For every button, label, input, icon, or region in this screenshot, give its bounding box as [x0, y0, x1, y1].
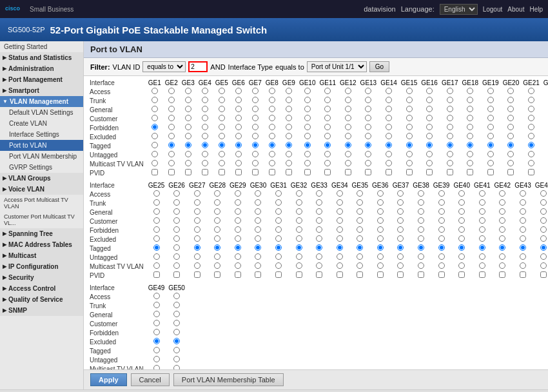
forbidden-ge13-radio[interactable]	[365, 124, 371, 130]
excluded-ge9-radio[interactable]	[286, 133, 292, 139]
customer-ge18-radio[interactable]	[467, 115, 473, 121]
trunk-ge12-radio[interactable]	[345, 97, 351, 103]
sidebar-item-gvrp[interactable]: GVRP Settings	[0, 162, 83, 173]
forbidden-ge7-radio[interactable]	[252, 124, 259, 130]
pvid-ge7-cb[interactable]	[252, 169, 259, 175]
general-ge20-radio[interactable]	[507, 106, 514, 112]
forbidden-ge15-radio[interactable]	[406, 124, 413, 130]
pvid-ge3-cb[interactable]	[185, 169, 191, 175]
customer-ge5-radio[interactable]	[219, 115, 225, 121]
customer-ge14-radio[interactable]	[386, 115, 392, 121]
trunk-ge19-radio[interactable]	[487, 97, 494, 103]
general-ge21-radio[interactable]	[528, 106, 534, 112]
excluded-ge11-radio[interactable]	[324, 133, 331, 139]
tagged-ge3-radio[interactable]	[185, 142, 191, 148]
access-ge4-radio[interactable]	[202, 88, 208, 94]
excluded-ge14-radio[interactable]	[386, 133, 392, 139]
sidebar-item-security[interactable]: ▶ Security	[0, 272, 83, 283]
forbidden-ge4-radio[interactable]	[202, 124, 208, 130]
pvid-ge10-cb[interactable]	[304, 169, 311, 175]
multicast-ge20-radio[interactable]	[507, 160, 514, 166]
multicast-ge13-radio[interactable]	[365, 160, 371, 166]
access-ge5-radio[interactable]	[219, 88, 225, 94]
multicast-ge12-radio[interactable]	[345, 160, 351, 166]
multicast-ge14-radio[interactable]	[386, 160, 392, 166]
multicast-ge8-radio[interactable]	[269, 160, 275, 166]
general-ge8-radio[interactable]	[269, 106, 275, 112]
sidebar-item-vlan-groups[interactable]: ▶ VLAN Groups	[0, 173, 83, 184]
untagged-ge15-radio[interactable]	[406, 151, 413, 157]
sidebar-item-smartport[interactable]: ▶ Smartport	[0, 85, 83, 96]
tagged-ge8-radio[interactable]	[269, 142, 275, 148]
sidebar-item-port-mgmt[interactable]: ▶ Port Management	[0, 74, 83, 85]
general-ge6-radio[interactable]	[235, 106, 242, 112]
untagged-ge12-radio[interactable]	[345, 151, 351, 157]
excluded-ge15-radio[interactable]	[406, 133, 413, 139]
untagged-ge14-radio[interactable]	[386, 151, 392, 157]
pvid-ge19-cb[interactable]	[487, 169, 494, 175]
forbidden-ge8-radio[interactable]	[269, 124, 275, 130]
access-ge9-radio[interactable]	[286, 88, 292, 94]
forbidden-ge14-radio[interactable]	[386, 124, 392, 130]
excluded-ge5-radio[interactable]	[219, 133, 225, 139]
pvid-ge17-cb[interactable]	[447, 169, 453, 175]
sidebar-item-snmp[interactable]: ▶ SNMP	[0, 305, 83, 316]
customer-ge2-radio[interactable]	[168, 115, 175, 121]
pvid-ge13-cb[interactable]	[365, 169, 371, 175]
access-ge12-radio[interactable]	[345, 88, 351, 94]
general-ge14-radio[interactable]	[386, 106, 392, 112]
excluded-ge8-radio[interactable]	[269, 133, 275, 139]
excluded-ge4-radio[interactable]	[202, 133, 208, 139]
pvid-ge15-cb[interactable]	[406, 169, 413, 175]
multicast-ge16-radio[interactable]	[426, 160, 433, 166]
trunk-ge8-radio[interactable]	[269, 97, 275, 103]
tagged-ge12-radio[interactable]	[345, 142, 351, 148]
excluded-ge17-radio[interactable]	[447, 133, 453, 139]
sidebar-item-create-vlan[interactable]: Create VLAN	[0, 118, 83, 129]
general-ge4-radio[interactable]	[202, 106, 208, 112]
tagged-ge5-radio[interactable]	[219, 142, 225, 148]
multicast-ge11-radio[interactable]	[324, 160, 331, 166]
customer-ge4-radio[interactable]	[202, 115, 208, 121]
sidebar-item-customer-multicast[interactable]: Customer Port Multicast TV VL...	[0, 211, 83, 228]
forbidden-ge17-radio[interactable]	[447, 124, 453, 130]
trunk-ge16-radio[interactable]	[426, 97, 433, 103]
logout-link[interactable]: Logout	[483, 6, 503, 13]
access-ge1-radio[interactable]	[152, 88, 158, 94]
trunk-ge13-radio[interactable]	[365, 97, 371, 103]
tagged-ge11-radio[interactable]	[324, 142, 331, 148]
access-ge18-radio[interactable]	[467, 88, 473, 94]
excluded-ge16-radio[interactable]	[426, 133, 433, 139]
general-ge3-radio[interactable]	[185, 106, 191, 112]
sidebar-item-access-multicast[interactable]: Access Port Multicast TV VLAN	[0, 195, 83, 211]
access-ge16-radio[interactable]	[426, 88, 433, 94]
multicast-ge7-radio[interactable]	[252, 160, 259, 166]
pvid-ge18-cb[interactable]	[467, 169, 473, 175]
sidebar-item-port-vlan-membership[interactable]: Port VLAN Membership	[0, 151, 83, 162]
trunk-ge9-radio[interactable]	[286, 97, 292, 103]
forbidden-ge3-radio[interactable]	[185, 124, 191, 130]
general-ge5-radio[interactable]	[219, 106, 225, 112]
sidebar-item-vlan-mgmt[interactable]: ▼ VLAN Management	[0, 96, 83, 107]
customer-ge20-radio[interactable]	[507, 115, 514, 121]
general-ge17-radio[interactable]	[447, 106, 453, 112]
trunk-ge21-radio[interactable]	[528, 97, 534, 103]
tagged-ge13-radio[interactable]	[365, 142, 371, 148]
general-ge2-radio[interactable]	[168, 106, 175, 112]
pvid-ge14-cb[interactable]	[386, 169, 392, 175]
forbidden-ge20-radio[interactable]	[507, 124, 514, 130]
customer-ge8-radio[interactable]	[269, 115, 275, 121]
trunk-ge6-radio[interactable]	[235, 97, 242, 103]
customer-ge7-radio[interactable]	[252, 115, 259, 121]
tagged-ge17-radio[interactable]	[447, 142, 453, 148]
pvid-ge16-cb[interactable]	[426, 169, 433, 175]
trunk-ge11-radio[interactable]	[324, 97, 331, 103]
tagged-ge15-radio[interactable]	[406, 142, 413, 148]
general-ge9-radio[interactable]	[286, 106, 292, 112]
tagged-ge6-radio[interactable]	[235, 142, 242, 148]
forbidden-ge1-radio[interactable]	[152, 124, 158, 130]
tagged-ge18-radio[interactable]	[467, 142, 473, 148]
trunk-ge10-radio[interactable]	[304, 97, 311, 103]
forbidden-ge10-radio[interactable]	[304, 124, 311, 130]
general-ge19-radio[interactable]	[487, 106, 494, 112]
